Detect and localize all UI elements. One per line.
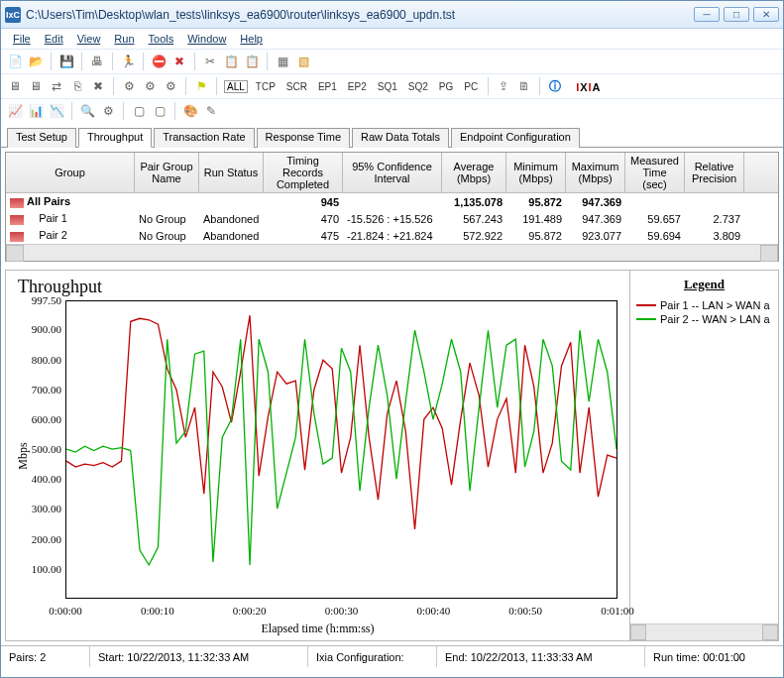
grid-h-scrollbar[interactable] — [6, 244, 778, 261]
cell: 470 — [264, 213, 343, 225]
export-icon[interactable]: ⇪ — [496, 78, 511, 94]
minimize-button[interactable]: ─ — [694, 7, 720, 22]
ep-copy-icon[interactable]: ⎘ — [69, 78, 85, 94]
copy-icon[interactable]: 📋 — [223, 54, 239, 69]
cell: 947.369 — [566, 196, 625, 208]
menu-edit[interactable]: Edit — [39, 31, 69, 47]
titlebar[interactable]: IxC C:\Users\Tim\Desktop\wlan_tests\link… — [1, 1, 783, 29]
col-header[interactable]: Maximum (Mbps) — [566, 153, 625, 192]
table-row[interactable]: All Pairs9451,135.07895.872947.369 — [6, 193, 778, 210]
legend-h-scrollbar[interactable] — [630, 623, 778, 640]
filter-pc[interactable]: PC — [461, 81, 481, 92]
filter-sq1[interactable]: SQ1 — [375, 81, 400, 92]
status-pairs: Pairs: 2 — [1, 646, 90, 667]
brand-logo: IXIA — [576, 79, 601, 94]
report-icon[interactable]: 🗎 — [516, 78, 532, 94]
col-header[interactable]: 95% Confidence Interval — [343, 153, 442, 192]
new-icon[interactable]: 📄 — [7, 54, 23, 69]
chart-area: Throughput Mbps Elapsed time (h:mm:ss) 9… — [5, 270, 779, 641]
cell: Pair 2 — [6, 229, 135, 241]
x-tick-label: 0:00:10 — [141, 605, 174, 617]
chart-main: Throughput Mbps Elapsed time (h:mm:ss) 9… — [6, 271, 629, 640]
ep-add-icon[interactable]: 🖥 — [7, 78, 23, 94]
cut-icon[interactable]: ✂ — [202, 54, 218, 69]
tab-raw-data-totals[interactable]: Raw Data Totals — [352, 128, 449, 148]
ep-del-icon[interactable]: ✖ — [90, 78, 106, 94]
save-icon[interactable]: 💾 — [58, 54, 74, 69]
filter-ep1[interactable]: EP1 — [315, 81, 340, 92]
open-icon[interactable]: 📂 — [28, 54, 44, 69]
palette-icon[interactable]: 🎨 — [182, 103, 198, 119]
cell: 947.369 — [566, 213, 625, 225]
chart-line-icon[interactable]: 📈 — [7, 103, 23, 119]
print-icon[interactable]: 🖶 — [89, 54, 105, 69]
col-header[interactable]: Group — [6, 153, 135, 192]
filter-all[interactable]: ALL — [224, 80, 248, 93]
y-tick-label: 200.00 — [6, 533, 61, 545]
menu-run[interactable]: Run — [108, 31, 140, 47]
menu-view[interactable]: View — [71, 31, 107, 47]
status-start: Start: 10/22/2013, 11:32:33 AM — [90, 646, 308, 667]
table-row[interactable]: Pair 2No GroupAbandoned475-21.824 : +21.… — [6, 227, 778, 244]
col-header[interactable]: Measured Time (sec) — [625, 153, 685, 192]
cell: 3.809 — [685, 230, 744, 242]
run-icon[interactable]: 🏃 — [120, 54, 136, 69]
tab-response-time[interactable]: Response Time — [257, 128, 350, 148]
cell: No Group — [135, 230, 199, 242]
col-header[interactable]: Relative Precision — [685, 153, 744, 192]
col-header[interactable]: Run Status — [199, 153, 264, 192]
filter-sq2[interactable]: SQ2 — [405, 81, 431, 92]
col-header[interactable]: Pair Group Name — [135, 153, 199, 192]
chart-plot-box[interactable] — [65, 300, 617, 599]
tab-endpoint-configuration[interactable]: Endpoint Configuration — [451, 128, 580, 148]
ep-tree-icon[interactable]: ⇄ — [49, 78, 64, 94]
tool-b-icon[interactable]: ▧ — [295, 54, 311, 69]
table-row[interactable]: Pair 1No GroupAbandoned470-15.526 : +15.… — [6, 210, 778, 227]
y-tick-label: 800.00 — [6, 354, 61, 366]
menu-tools[interactable]: Tools — [143, 31, 180, 47]
opt-b-icon[interactable]: ▢ — [152, 103, 168, 119]
legend-item[interactable]: Pair 1 -- LAN > WAN a — [630, 298, 778, 312]
chart-area-icon[interactable]: 📉 — [49, 103, 64, 119]
menubar: File Edit View Run Tools Window Help — [1, 29, 783, 49]
info-icon[interactable]: ⓘ — [547, 78, 563, 94]
paste-icon[interactable]: 📋 — [244, 54, 260, 69]
tabstrip: Test SetupThroughputTransaction RateResp… — [1, 127, 783, 148]
tab-transaction-rate[interactable]: Transaction Rate — [154, 128, 254, 148]
filter-ep2[interactable]: EP2 — [345, 81, 370, 92]
flag-icon[interactable]: ⚑ — [193, 78, 209, 94]
col-header[interactable]: Average (Mbps) — [442, 153, 506, 192]
cell: 95.872 — [506, 230, 566, 242]
y-tick-label: 600.00 — [6, 413, 61, 425]
menu-file[interactable]: File — [7, 31, 37, 47]
style-icon[interactable]: ✎ — [203, 103, 219, 119]
filter-scr[interactable]: SCR — [283, 81, 310, 92]
config-icon[interactable]: ⚙ — [100, 103, 116, 119]
tab-test-setup[interactable]: Test Setup — [7, 128, 76, 148]
menu-help[interactable]: Help — [234, 31, 269, 47]
legend-item[interactable]: Pair 2 -- WAN > LAN a — [630, 312, 778, 326]
col-header[interactable]: Minimum (Mbps) — [506, 153, 566, 192]
chart-bar-icon[interactable]: 📊 — [28, 103, 44, 119]
cfg-b-icon[interactable]: ⚙ — [142, 78, 158, 94]
cfg-a-icon[interactable]: ⚙ — [121, 78, 137, 94]
zoom-icon[interactable]: 🔍 — [79, 103, 95, 119]
abort-icon[interactable]: ✖ — [171, 54, 187, 69]
series-line — [66, 315, 616, 529]
app-icon: IxC — [5, 7, 21, 23]
close-button[interactable]: ✕ — [753, 7, 779, 22]
maximize-button[interactable]: □ — [724, 7, 749, 22]
filter-pg[interactable]: PG — [436, 81, 456, 92]
cell: Abandoned — [199, 230, 264, 242]
tab-throughput[interactable]: Throughput — [78, 128, 152, 148]
cell: -21.824 : +21.824 — [343, 230, 442, 242]
tool-a-icon[interactable]: ▦ — [275, 54, 290, 69]
opt-a-icon[interactable]: ▢ — [131, 103, 147, 119]
col-header[interactable]: Timing Records Completed — [264, 153, 343, 192]
menu-window[interactable]: Window — [181, 31, 232, 47]
ep-edit-icon[interactable]: 🖥 — [28, 78, 44, 94]
stop-icon[interactable]: ⛔ — [151, 54, 167, 69]
cfg-c-icon[interactable]: ⚙ — [163, 78, 178, 94]
y-tick-label: 500.00 — [6, 443, 61, 455]
filter-tcp[interactable]: TCP — [253, 81, 279, 92]
